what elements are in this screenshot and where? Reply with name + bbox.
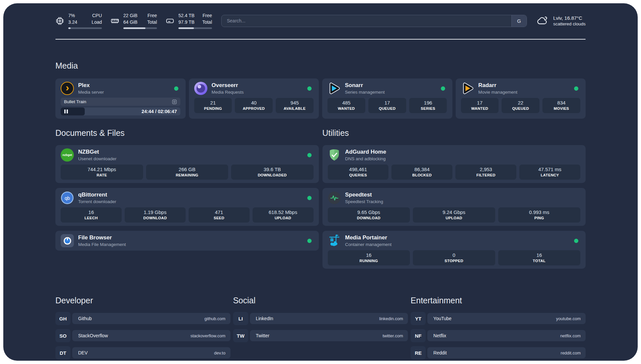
- now-playing-title: Bullet Train: [64, 99, 172, 104]
- link-abbr: DT: [55, 346, 71, 359]
- stat-value: 39.6 TB: [232, 167, 312, 172]
- status-indicator: [174, 86, 178, 91]
- status-indicator: [574, 239, 578, 243]
- app-card-adguard[interactable]: AdGuard Home DNS and adblocking 498,461 …: [322, 145, 586, 183]
- stat-box: 471 SEED: [189, 207, 250, 223]
- stat-box: 196 SERIES: [409, 98, 447, 113]
- section-title-media: Media: [55, 61, 586, 71]
- bookmarks-developer: Developer GH Github github.com SO StackO…: [55, 295, 230, 361]
- link-linkedin[interactable]: LI LinkedIn linkedin.com: [233, 312, 408, 325]
- status-indicator: [307, 153, 312, 157]
- stat-box: 0 STOPPED: [413, 250, 495, 265]
- section-documents-files: Documents & Files nzbget NZBGet Usenet d…: [55, 128, 319, 274]
- app-card-nzbget[interactable]: nzbget NZBGet Usenet downloader 744.21 M…: [55, 145, 319, 183]
- section-title-utilities: Utilities: [322, 128, 586, 138]
- storage-progress-fill: [178, 27, 194, 29]
- stat-label: DOWNLOADED: [232, 173, 312, 177]
- cpu-icon: [55, 16, 64, 25]
- weather-location: Lviv, 16.87°C: [553, 15, 586, 21]
- app-card-portainer[interactable]: Media Portainer Container management 16 …: [322, 231, 586, 269]
- stat-label: SERIES: [411, 106, 446, 111]
- stat-box: 16 TOTAL: [498, 250, 581, 265]
- qbittorrent-icon: qb: [61, 191, 74, 204]
- link-abbr: RE: [411, 346, 426, 359]
- app-name: Radarr: [478, 82, 518, 89]
- stat-value: 834: [544, 100, 579, 106]
- session-device-icon[interactable]: [172, 99, 177, 105]
- status-indicator: [307, 239, 312, 243]
- stat-box: 618.52 Mbps UPLOAD: [253, 207, 314, 223]
- nzbget-icon-text: nzbget: [63, 153, 72, 157]
- stat-box: 16 LEECH: [61, 207, 122, 223]
- memory-progress-bar: [123, 27, 157, 29]
- stat-value: 485: [329, 100, 364, 106]
- link-name: LinkedIn: [256, 316, 273, 321]
- app-card-sonarr[interactable]: Sonarr Series management 485 WANTED 17 Q…: [322, 78, 452, 119]
- link-name: YouTube: [433, 316, 451, 321]
- app-name: NZBGet: [78, 149, 116, 155]
- link-name: Github: [78, 316, 92, 321]
- app-card-radarr[interactable]: Radarr Movie management 17 WANTED 22 QUE…: [456, 78, 586, 119]
- cpu-progress-fill: [68, 27, 71, 29]
- stat-label: UPLOAD: [254, 216, 312, 220]
- stat-box: 744.21 Mbps RATE: [61, 165, 143, 180]
- cpu-labels: CPU Load: [92, 13, 102, 25]
- app-description: Usenet downloader: [78, 156, 116, 161]
- section-media: Media Plex Media server Bullet Train: [55, 61, 586, 119]
- bookmarks-social: Social LI LinkedIn linkedin.com TW Twitt…: [233, 295, 408, 361]
- link-netflix[interactable]: NF Netflix netflix.com: [411, 329, 586, 342]
- app-name: Media Portainer: [345, 234, 392, 241]
- stat-value: 17: [462, 100, 498, 106]
- link-url: linkedin.com: [379, 316, 403, 321]
- sonarr-icon: [327, 82, 341, 95]
- link-reddit[interactable]: RE Reddit reddit.com: [411, 346, 586, 359]
- stat-value: 1.19 Gbps: [126, 209, 184, 215]
- app-card-qbittorrent[interactable]: qb qBittorrent Torrent downloader 16 LEE…: [55, 188, 319, 226]
- app-name: Overseerr: [212, 82, 244, 89]
- section-title-documents: Documents & Files: [55, 128, 319, 138]
- link-name: DEV: [78, 350, 88, 355]
- stat-value: 40: [236, 100, 271, 106]
- stat-label: SEED: [190, 216, 248, 220]
- stat-label: FILTERED: [457, 173, 515, 177]
- stat-value: 17: [370, 100, 405, 106]
- stat-label: DOWNLOAD: [126, 216, 184, 220]
- stat-box: 17 QUEUED: [368, 98, 406, 113]
- search-input[interactable]: [222, 15, 511, 27]
- stat-box: 9.24 Gbps UPLOAD: [413, 207, 495, 223]
- app-name: Sonarr: [345, 82, 385, 89]
- link-url: github.com: [204, 316, 226, 321]
- app-description: Media server: [78, 90, 104, 95]
- search-engine-button[interactable]: G: [511, 15, 527, 27]
- pause-icon[interactable]: [64, 109, 68, 113]
- app-card-speedtest[interactable]: Speedtest Speedtest Tracking 9.65 Gbps D…: [322, 188, 586, 226]
- stat-value: 945: [277, 100, 312, 106]
- storage-values: 52.4 TB 97.9 TB: [178, 13, 195, 25]
- cpu-values: 7% 3.24: [68, 13, 77, 25]
- stat-value: 22: [503, 100, 538, 106]
- stat-label: TOTAL: [500, 259, 579, 263]
- playback-time: 24:44 / 02:06:47: [141, 109, 177, 114]
- app-card-filebrowser[interactable]: File Browser Media File Management: [55, 231, 319, 251]
- app-card-overseerr[interactable]: Overseerr Media Requests 21 PENDING 40 A…: [189, 78, 319, 119]
- link-dev-to[interactable]: DT DEV dev.to: [55, 346, 230, 359]
- stat-value: 16: [62, 209, 120, 215]
- storage-progress-bar: [178, 27, 212, 29]
- app-name: Plex: [78, 82, 104, 89]
- link-abbr: TW: [233, 329, 248, 342]
- link-twitter[interactable]: TW Twitter twitter.com: [233, 329, 408, 342]
- app-card-plex[interactable]: Plex Media server Bullet Train 24:44 / 0…: [55, 78, 186, 119]
- portainer-icon: [328, 234, 341, 247]
- link-abbr: NF: [411, 329, 426, 342]
- memory-widget: 22 GiB 64 GiB Free Total: [110, 13, 157, 29]
- link-name: Reddit: [433, 350, 446, 355]
- stat-label: QUEUED: [370, 106, 405, 111]
- link-stackoverflow[interactable]: SO StackOverflow stackoverflow.com: [55, 329, 230, 342]
- link-abbr: YT: [411, 312, 426, 325]
- stat-box: 17 WANTED: [461, 98, 499, 113]
- link-github[interactable]: GH Github github.com: [55, 312, 230, 325]
- stat-value: 47.571 ms: [521, 167, 579, 172]
- status-indicator: [574, 86, 578, 91]
- stat-label: APPROVED: [236, 106, 271, 111]
- link-youtube[interactable]: YT YouTube youtube.com: [411, 312, 586, 325]
